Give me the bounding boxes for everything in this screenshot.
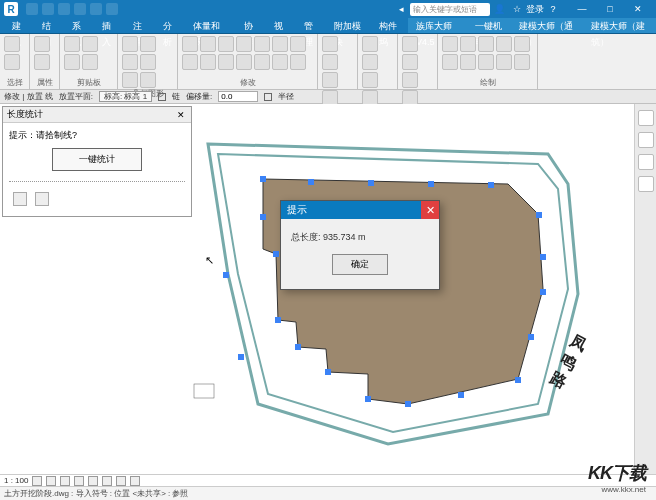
ribbon-tool-icon[interactable] (34, 36, 50, 52)
user-icon[interactable]: 👤 (492, 2, 506, 16)
ribbon-tool-icon[interactable] (402, 54, 418, 70)
place-plane-dropdown[interactable]: 标高: 标高 1 (99, 91, 152, 102)
qat-redo-icon[interactable] (74, 3, 86, 15)
ribbon-tab[interactable]: 一键机电 (467, 18, 511, 33)
ribbon-tab[interactable]: 视图 (266, 18, 296, 33)
ribbon-tool-icon[interactable] (254, 54, 270, 70)
view-tool-icon[interactable] (638, 132, 654, 148)
ribbon-tool-icon[interactable] (290, 54, 306, 70)
login-link[interactable]: 登录 (526, 3, 544, 16)
status-icon[interactable] (46, 476, 56, 486)
maximize-button[interactable]: □ (596, 0, 624, 18)
ribbon-tool-icon[interactable] (362, 72, 378, 88)
qat-more-icon[interactable] (106, 3, 118, 15)
ribbon-tab[interactable]: 建模大师（通用） (511, 18, 584, 33)
ribbon-tab[interactable]: 建模大师（建筑） (583, 18, 656, 33)
ribbon-tool-icon[interactable] (460, 54, 476, 70)
ribbon-tab[interactable]: 族库大师V4.5 (408, 18, 467, 33)
ribbon-tool-icon[interactable] (322, 72, 338, 88)
ribbon-tab[interactable]: 协作 (236, 18, 266, 33)
qat-undo-icon[interactable] (58, 3, 70, 15)
ribbon-tool-icon[interactable] (218, 54, 234, 70)
ribbon-tool-icon[interactable] (322, 36, 338, 52)
ribbon-tool-icon[interactable] (200, 36, 216, 52)
dialog-close-button[interactable]: ✕ (421, 201, 439, 219)
view-tool-icon[interactable] (638, 176, 654, 192)
close-window-button[interactable]: ✕ (624, 0, 652, 18)
ribbon-tab[interactable]: 系统 (64, 18, 94, 33)
ribbon-tool-icon[interactable] (82, 54, 98, 70)
status-icon[interactable] (88, 476, 98, 486)
ribbon-tool-icon[interactable] (4, 36, 20, 52)
ribbon-tool-icon[interactable] (402, 36, 418, 52)
ribbon-tab[interactable]: 分析 (155, 18, 185, 33)
ribbon-tool-icon[interactable] (478, 36, 494, 52)
ribbon-tool-icon[interactable] (140, 72, 156, 88)
ribbon-tool-icon[interactable] (4, 54, 20, 70)
help-search-input[interactable]: 输入关键字或短语 (410, 3, 490, 16)
ribbon-tab[interactable]: 插入 (94, 18, 124, 33)
favorite-icon[interactable]: ☆ (510, 2, 524, 16)
panel-tool-icon[interactable] (13, 192, 27, 206)
qat-open-icon[interactable] (26, 3, 38, 15)
chain-checkbox[interactable] (158, 93, 166, 101)
ribbon-tool-icon[interactable] (442, 36, 458, 52)
status-icon[interactable] (74, 476, 84, 486)
ribbon-tool-icon[interactable] (272, 54, 288, 70)
ribbon-tool-icon[interactable] (236, 36, 252, 52)
ribbon-tool-icon[interactable] (64, 54, 80, 70)
dialog-ok-button[interactable]: 确定 (332, 254, 388, 275)
ribbon-tool-icon[interactable] (82, 36, 98, 52)
ribbon-tool-icon[interactable] (122, 72, 138, 88)
ribbon-tab[interactable]: 结构 (34, 18, 64, 33)
ribbon-tool-icon[interactable] (34, 54, 50, 70)
qat-save-icon[interactable] (42, 3, 54, 15)
ribbon-tab[interactable]: 构件坞 (371, 18, 408, 33)
ribbon-tool-icon[interactable] (218, 36, 234, 52)
offset-input[interactable] (218, 91, 258, 102)
ribbon-tool-icon[interactable] (362, 36, 378, 52)
ribbon-tab[interactable]: 注释 (125, 18, 155, 33)
view-tool-icon[interactable] (638, 110, 654, 126)
panel-tool-icon[interactable] (35, 192, 49, 206)
ribbon-tool-icon[interactable] (140, 36, 156, 52)
ribbon-tool-icon[interactable] (200, 54, 216, 70)
ribbon-tool-icon[interactable] (460, 36, 476, 52)
arrow-left-icon[interactable]: ◂ (394, 2, 408, 16)
ribbon-tool-icon[interactable] (64, 36, 80, 52)
one-click-stats-button[interactable]: 一键统计 (52, 148, 142, 171)
qat-print-icon[interactable] (90, 3, 102, 15)
minimize-button[interactable]: — (568, 0, 596, 18)
ribbon-tool-icon[interactable] (496, 36, 512, 52)
ribbon-tab[interactable]: 体量和场地 (185, 18, 236, 33)
ribbon-tab[interactable]: 附加模块 (326, 18, 370, 33)
radius-checkbox[interactable] (264, 93, 272, 101)
panel-close-button[interactable]: ✕ (175, 109, 187, 121)
ribbon-tool-icon[interactable] (272, 36, 288, 52)
status-icon[interactable] (116, 476, 126, 486)
ribbon-tool-icon[interactable] (478, 54, 494, 70)
help-icon[interactable]: ? (546, 2, 560, 16)
ribbon-tool-icon[interactable] (496, 54, 512, 70)
ribbon-tool-icon[interactable] (182, 36, 198, 52)
ribbon-tool-icon[interactable] (254, 36, 270, 52)
status-icon[interactable] (32, 476, 42, 486)
status-icon[interactable] (130, 476, 140, 486)
status-icon[interactable] (60, 476, 70, 486)
ribbon-tool-icon[interactable] (362, 54, 378, 70)
ribbon-tool-icon[interactable] (514, 36, 530, 52)
ribbon-tool-icon[interactable] (514, 54, 530, 70)
ribbon-tool-icon[interactable] (236, 54, 252, 70)
ribbon-tab[interactable]: 管理 (296, 18, 326, 33)
ribbon-tool-icon[interactable] (122, 36, 138, 52)
ribbon-tool-icon[interactable] (140, 54, 156, 70)
ribbon-tool-icon[interactable] (290, 36, 306, 52)
ribbon-tab[interactable]: 建筑 (4, 18, 34, 33)
ribbon-tool-icon[interactable] (122, 54, 138, 70)
ribbon-tool-icon[interactable] (442, 54, 458, 70)
ribbon-tool-icon[interactable] (402, 72, 418, 88)
view-tool-icon[interactable] (638, 154, 654, 170)
ribbon-tool-icon[interactable] (182, 54, 198, 70)
ribbon-tool-icon[interactable] (322, 54, 338, 70)
scale-display[interactable]: 1 : 100 (4, 476, 28, 485)
